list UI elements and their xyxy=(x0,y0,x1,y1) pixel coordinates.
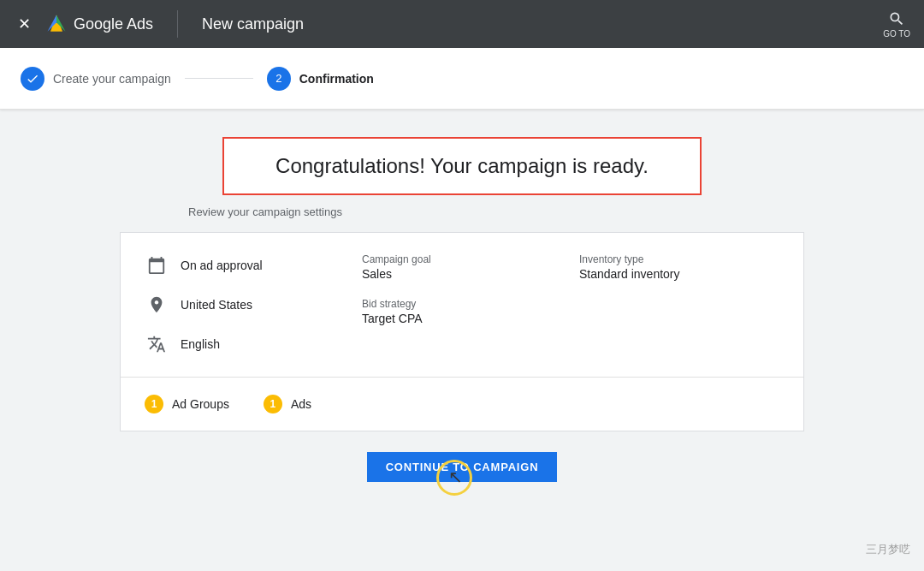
topbar-title: New campaign xyxy=(202,15,304,33)
review-label: Review your campaign settings xyxy=(188,205,342,218)
goto-label: GO TO xyxy=(883,29,910,39)
ads-count-item: 1 Ads xyxy=(264,395,311,413)
main-content: Congratulations! Your campaign is ready.… xyxy=(0,110,924,571)
step1-label: Create your campaign xyxy=(53,72,171,86)
settings-middle: Campaign goal Sales Bid strategy Target … xyxy=(345,253,562,356)
logo-text: Google Ads xyxy=(74,15,153,33)
close-button[interactable]: ✕ xyxy=(14,14,34,34)
settings-right: Inventory type Standard inventory xyxy=(562,253,779,356)
settings-top: On ad approval United States xyxy=(121,233,803,378)
google-ads-logo: Google Ads xyxy=(44,12,153,36)
language-item: English xyxy=(145,332,345,356)
topbar-right: GO TO xyxy=(883,10,910,39)
language-icon xyxy=(145,332,169,356)
ad-groups-label: Ad Groups xyxy=(172,397,229,411)
calendar-icon xyxy=(145,253,169,277)
continue-button[interactable]: CONTINUE TO CAMPAIGN xyxy=(367,452,558,482)
congrats-message: Congratulations! Your campaign is ready. xyxy=(275,154,649,177)
bid-strategy-field: Bid strategy Target CPA xyxy=(362,298,562,325)
inventory-type-field: Inventory type Standard inventory xyxy=(579,253,779,281)
campaign-goal-value: Sales xyxy=(362,267,562,281)
topbar: ✕ Google Ads New campaign GO TO xyxy=(0,0,924,48)
campaign-goal-label: Campaign goal xyxy=(362,253,562,265)
step-2: 2 Confirmation xyxy=(267,67,374,91)
stepbar: Create your campaign 2 Confirmation xyxy=(0,48,924,110)
topbar-divider xyxy=(177,10,178,38)
step-1: Create your campaign xyxy=(21,67,171,91)
topbar-left: ✕ Google Ads New campaign xyxy=(14,10,304,38)
start-date-text: On ad approval xyxy=(181,259,263,272)
language-text: English xyxy=(181,337,220,351)
search-icon-button[interactable]: GO TO xyxy=(883,10,910,39)
campaign-goal-field: Campaign goal Sales xyxy=(362,253,562,281)
watermark: 三月梦呓 xyxy=(866,542,910,557)
ads-badge: 1 xyxy=(264,395,282,413)
step2-circle: 2 xyxy=(267,67,291,91)
step2-label: Confirmation xyxy=(299,72,374,86)
start-date-item: On ad approval xyxy=(145,253,345,277)
location-item: United States xyxy=(145,293,345,317)
step-connector xyxy=(185,78,253,79)
location-text: United States xyxy=(181,298,252,312)
step1-circle xyxy=(21,67,44,91)
settings-bottom: 1 Ad Groups 1 Ads xyxy=(121,378,803,431)
ad-groups-badge: 1 xyxy=(145,395,163,413)
bid-strategy-value: Target CPA xyxy=(362,312,562,325)
inventory-type-value: Standard inventory xyxy=(579,267,779,281)
bid-strategy-label: Bid strategy xyxy=(362,298,562,310)
ad-groups-count-item: 1 Ad Groups xyxy=(145,395,229,413)
settings-left: On ad approval United States xyxy=(145,253,345,356)
congrats-box: Congratulations! Your campaign is ready. xyxy=(222,137,702,195)
inventory-type-label: Inventory type xyxy=(579,253,779,265)
ads-label: Ads xyxy=(291,397,311,411)
settings-card: On ad approval United States xyxy=(120,232,804,431)
location-icon xyxy=(145,293,169,317)
